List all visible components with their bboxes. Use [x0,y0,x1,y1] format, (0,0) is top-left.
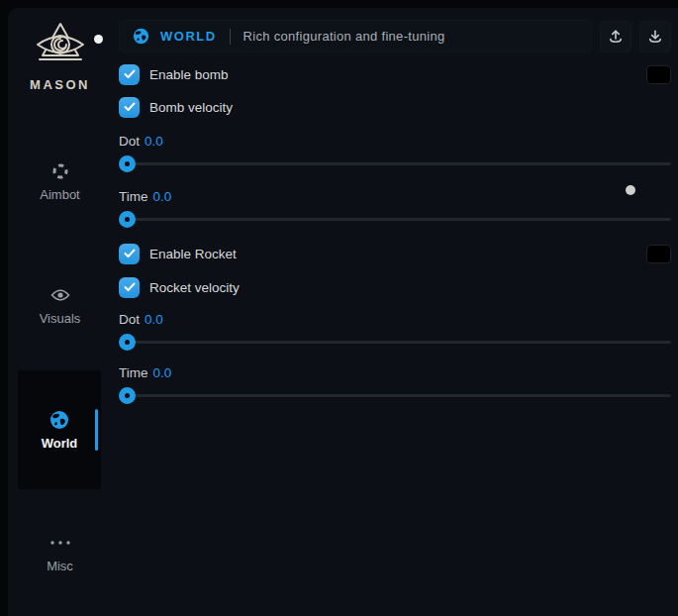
sidebar-item-label: Visuals [8,311,112,326]
slider-track [121,341,671,344]
toggle-label: Bomb velocity [149,100,233,115]
slider-value: 0.0 [153,189,172,204]
sidebar-item-visuals[interactable]: Visuals [8,285,112,326]
globe-icon [49,410,69,430]
color-swatch[interactable] [646,245,671,263]
page-header: WORLD Rich configuration and fine-tuning [119,20,671,52]
slider-name: Dot [119,312,140,327]
toggle-enable-bomb: Enable bomb [119,63,671,85]
toggle-enable-rocket: Enable Rocket [119,243,671,264]
page-title-bar: WORLD Rich configuration and fine-tuning [119,20,592,52]
active-tab-indicator [95,409,98,451]
slider-knob[interactable] [119,211,136,228]
sidebar-item-label: Misc [8,559,112,573]
page-title: WORLD [160,29,217,44]
app-window: MASON Aimbot Visuals [8,8,678,616]
slider-label-dot: Dot0.0 [119,134,671,149]
checkbox-checked[interactable] [119,244,140,264]
sidebar-item-label: Aimbot [8,187,112,202]
slider-name: Time [119,189,148,204]
main-panel: WORLD Rich configuration and fine-tuning [119,8,671,404]
toggle-bomb-velocity: Bomb velocity [119,96,671,118]
download-config-button[interactable] [639,21,671,52]
slider-dot-rocket[interactable] [119,334,671,351]
slider-label-time: Time0.0 [119,365,671,380]
crosshair-icon [8,161,112,181]
illuminati-eye-logo-icon [8,20,112,73]
toggle-label: Rocket velocity [149,280,240,295]
slider-value: 0.0 [153,365,172,380]
slider-knob[interactable] [119,387,136,404]
cursor-dot [94,35,103,44]
eye-icon [8,285,112,305]
slider-time-rocket[interactable] [119,387,671,404]
toggle-rocket-velocity: Rocket velocity [119,276,671,298]
divider [230,29,231,45]
slider-knob[interactable] [119,334,136,351]
logo-text: MASON [8,77,112,92]
checkbox-checked[interactable] [119,277,140,298]
sidebar-item-label: World [42,436,78,451]
slider-value: 0.0 [145,134,163,149]
slider-dot-bomb[interactable] [119,155,671,172]
download-icon [647,29,663,45]
slider-name: Time [119,365,148,380]
slider-knob[interactable] [119,155,136,172]
sidebar-item-misc[interactable]: Misc [8,533,112,573]
checkbox-checked[interactable] [119,64,140,85]
sidebar: MASON Aimbot Visuals [8,8,112,616]
sidebar-item-aimbot[interactable]: Aimbot [8,161,112,202]
color-swatch[interactable] [646,65,671,84]
slider-label-time: Time0.0 [119,189,671,204]
slider-track [121,394,671,397]
toggle-label: Enable Rocket [149,247,237,261]
checkbox-checked[interactable] [119,97,140,118]
toggle-label: Enable bomb [149,67,229,82]
page-subtitle: Rich configuration and fine-tuning [243,29,445,44]
slider-value: 0.0 [145,312,163,327]
slider-track [121,218,671,221]
upload-config-button[interactable] [600,21,631,52]
globe-icon [133,28,149,45]
sidebar-item-world[interactable]: World [18,370,101,489]
cursor-dot [626,185,635,195]
slider-time-bomb[interactable] [119,211,671,228]
slider-name: Dot [119,134,140,149]
upload-icon [608,29,624,45]
dots-icon [8,533,112,553]
slider-track [121,162,671,165]
app-logo: MASON [8,20,112,92]
slider-label-dot: Dot0.0 [119,312,671,327]
